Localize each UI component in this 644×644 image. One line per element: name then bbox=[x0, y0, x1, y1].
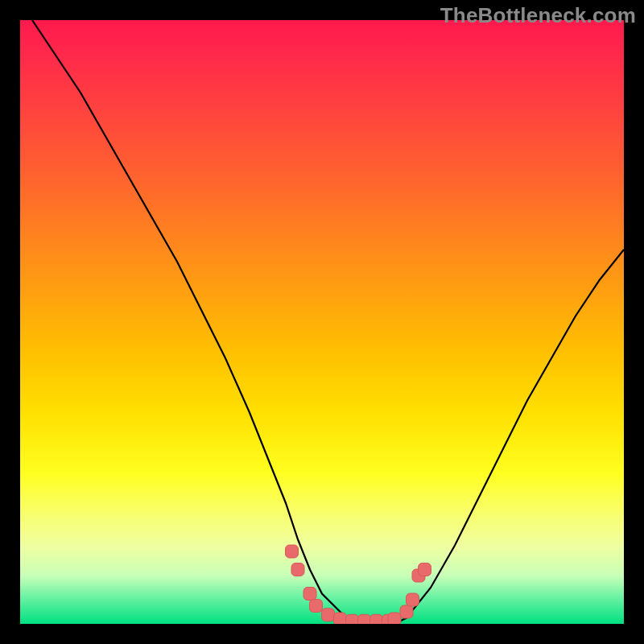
valley-marker bbox=[388, 613, 401, 624]
valley-marker bbox=[407, 593, 419, 606]
bottleneck-curve-svg bbox=[20, 20, 624, 624]
valley-marker bbox=[370, 614, 383, 624]
valley-marker bbox=[303, 588, 316, 601]
valley-marker bbox=[419, 564, 431, 576]
valley-marker bbox=[358, 614, 371, 624]
valley-marker bbox=[400, 605, 413, 618]
watermark-text: TheBottleneck.com bbox=[440, 3, 636, 28]
bottleneck-curve-path bbox=[32, 20, 624, 624]
valley-markers-group bbox=[286, 545, 431, 624]
valley-marker bbox=[346, 614, 359, 624]
valley-marker bbox=[286, 545, 299, 558]
chart-plot-area bbox=[20, 20, 624, 624]
valley-marker bbox=[291, 564, 304, 576]
valley-marker bbox=[334, 613, 347, 624]
valley-marker bbox=[310, 600, 323, 613]
valley-marker bbox=[322, 609, 335, 621]
